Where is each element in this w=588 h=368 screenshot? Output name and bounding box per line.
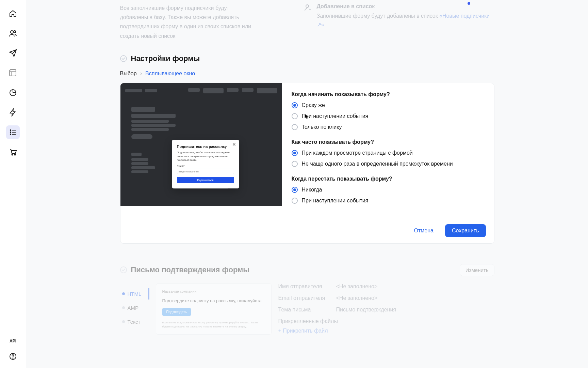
nav-analytics[interactable] bbox=[6, 86, 20, 99]
email-confirm-button[interactable]: Подтвердить bbox=[162, 308, 191, 316]
nav-users[interactable] bbox=[6, 27, 20, 40]
email-subject-line: Подтвердите подписку на рассылку, пожалу… bbox=[162, 298, 265, 303]
confirmation-email-section: Письмо подтверждения формы Изменить HTML… bbox=[120, 264, 494, 348]
check-icon bbox=[120, 266, 127, 273]
breadcrumb: Выбор › Всплывающее окно bbox=[120, 71, 494, 77]
lightning-icon bbox=[9, 108, 17, 117]
format-amp[interactable]: AMP bbox=[120, 301, 149, 315]
edit-button[interactable]: Изменить bbox=[460, 264, 494, 276]
popup-desc: Подпишитесь, чтобы получать последние но… bbox=[177, 151, 234, 162]
breadcrumb-popup[interactable]: Всплывающее окно bbox=[145, 71, 195, 77]
pie-chart-icon bbox=[9, 89, 17, 97]
nav-api[interactable]: API bbox=[10, 339, 16, 343]
nav-layout[interactable] bbox=[6, 66, 20, 80]
add-user-icon bbox=[304, 3, 312, 12]
popup-title: Подпишитесь на рассылку bbox=[177, 144, 234, 149]
help-icon bbox=[9, 352, 17, 361]
svg-point-5 bbox=[10, 134, 11, 135]
confirmation-email-title: Письмо подтверждения формы bbox=[131, 265, 250, 274]
main-content: Все заполнившие форму подписчики будут д… bbox=[26, 0, 588, 368]
radio-icon bbox=[292, 124, 298, 130]
popup-email-label: Email* bbox=[177, 165, 234, 168]
form-settings-header: Настройки формы bbox=[120, 54, 494, 63]
radio-every-view[interactable]: При каждом просмотре страницы с формой bbox=[292, 150, 485, 156]
svg-point-7 bbox=[15, 154, 16, 155]
subscribers-desc: Все заполнившие форму подписчики будут д… bbox=[120, 3, 256, 41]
svg-point-6 bbox=[12, 154, 13, 155]
svg-point-3 bbox=[10, 130, 11, 131]
home-icon bbox=[9, 10, 17, 18]
recording-indicator-icon bbox=[468, 2, 470, 5]
question-when-start: Когда начинать показывать форму? bbox=[292, 91, 485, 97]
form-settings-title: Настройки формы bbox=[131, 54, 200, 63]
radio-never[interactable]: Никогда bbox=[292, 187, 485, 193]
email-note: Если вы не подписывались на эту рассылку… bbox=[162, 321, 265, 329]
meta-attachments-label: Прикрепленные файлы bbox=[278, 318, 494, 324]
users-icon bbox=[9, 29, 17, 37]
meta-subject-value: Письмо подтверждения bbox=[336, 307, 396, 313]
save-button[interactable]: Сохранить bbox=[445, 224, 486, 237]
sidebar: API bbox=[0, 0, 26, 368]
format-html[interactable]: HTML bbox=[120, 287, 149, 301]
svg-point-4 bbox=[10, 132, 11, 133]
meta-sender-email-label: Email отправителя bbox=[278, 295, 329, 301]
nav-home[interactable] bbox=[6, 7, 20, 20]
question-when-stop: Когда перестать показывать форму? bbox=[292, 176, 485, 182]
radio-icon bbox=[292, 102, 298, 108]
check-icon bbox=[120, 55, 127, 62]
popup-preview: ✕ Подпишитесь на рассылку Подпишитесь, ч… bbox=[172, 140, 239, 189]
popup-subscribe-button[interactable]: Подписаться bbox=[177, 177, 234, 183]
radio-immediately[interactable]: Сразу же bbox=[292, 102, 485, 108]
radio-icon bbox=[292, 187, 298, 193]
meta-subject-label: Тема письма bbox=[278, 307, 329, 313]
send-icon bbox=[9, 49, 17, 57]
svg-rect-2 bbox=[10, 70, 16, 76]
email-meta: Имя отправителя<Не заполнено> Email отпр… bbox=[278, 283, 494, 335]
add-to-list-desc: Заполнившие форму будут добавлены в спис… bbox=[317, 12, 494, 29]
svg-point-1 bbox=[14, 31, 16, 33]
form-settings-options: Когда начинать показывать форму? Сразу ж… bbox=[282, 83, 494, 218]
chevron-right-icon: › bbox=[140, 71, 142, 77]
email-preview: Название компании Подтвердите подписку н… bbox=[156, 283, 272, 335]
layout-icon bbox=[9, 69, 17, 77]
popup-preview-backdrop: ✕ Подпишитесь на рассылку Подпишитесь, ч… bbox=[120, 83, 282, 206]
close-icon[interactable]: ✕ bbox=[232, 142, 236, 147]
attach-file-link[interactable]: + Прикрепить файл bbox=[278, 328, 494, 334]
format-text[interactable]: Текст bbox=[120, 315, 149, 329]
subscribers-info-block: Все заполнившие форму подписчики будут д… bbox=[120, 0, 494, 54]
nav-help[interactable] bbox=[6, 350, 20, 363]
email-company: Название компании bbox=[162, 289, 265, 293]
question-how-often: Как часто показывать форму? bbox=[292, 139, 485, 145]
nav-automation[interactable] bbox=[6, 106, 20, 119]
radio-icon bbox=[292, 150, 298, 156]
form-settings-card: ✕ Подпишитесь на рассылку Подпишитесь, ч… bbox=[120, 83, 494, 244]
radio-on-event-stop[interactable]: При наступлении события bbox=[292, 198, 485, 204]
meta-sender-email-value: <Не заполнено> bbox=[336, 295, 378, 301]
nav-cart[interactable] bbox=[6, 145, 20, 159]
radio-once-interval[interactable]: Не чаще одного раза в определенный проме… bbox=[292, 161, 485, 167]
cart-icon bbox=[9, 148, 17, 156]
svg-point-0 bbox=[11, 31, 13, 33]
radio-icon bbox=[292, 161, 298, 167]
radio-on-click[interactable]: Только по клику bbox=[292, 124, 485, 130]
breadcrumb-choice[interactable]: Выбор bbox=[120, 71, 137, 77]
nav-send[interactable] bbox=[6, 46, 20, 60]
list-icon bbox=[9, 128, 17, 136]
meta-sender-name-value: <Не заполнено> bbox=[336, 283, 378, 290]
nav-forms[interactable] bbox=[6, 125, 20, 139]
cancel-button[interactable]: Отмена bbox=[407, 224, 440, 237]
format-tabs: HTML AMP Текст bbox=[120, 283, 149, 335]
settings-footer: Отмена Сохранить bbox=[120, 218, 494, 243]
meta-sender-name-label: Имя отправителя bbox=[278, 283, 329, 290]
radio-on-event-start[interactable]: При наступлении события bbox=[292, 113, 485, 119]
radio-icon bbox=[292, 113, 298, 119]
popup-email-input[interactable]: Введите ваш email bbox=[177, 169, 234, 174]
svg-point-10 bbox=[306, 5, 309, 7]
svg-point-9 bbox=[13, 358, 13, 358]
radio-icon bbox=[292, 198, 298, 204]
